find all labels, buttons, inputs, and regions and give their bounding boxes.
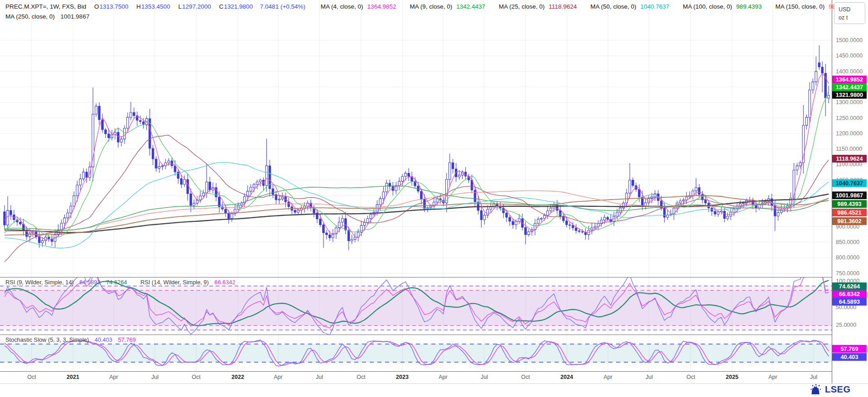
x-axis-tick-label: 2024: [560, 374, 573, 380]
ma-legend-row: MA (4, close, 0)1364.9852MA (9, close, 0…: [307, 3, 868, 10]
x-axis-tick-label: Apr: [768, 374, 777, 380]
price-label-box: 1342.4437: [832, 83, 867, 91]
rsi-value-box: 64.5893: [832, 298, 867, 306]
rsi14-study-label: RSI (14, Wilder, Simple, 9): [140, 279, 209, 286]
y-axis-tick-label: 1500.0000: [836, 37, 863, 44]
x-axis-tick-label: 2021: [67, 374, 79, 380]
rsi-value-box: 66.6342: [832, 290, 867, 298]
price-label-box: 986.4521: [832, 209, 867, 216]
axis-unit-currency: USD: [839, 5, 865, 14]
x-axis-tick-label: Oct: [357, 374, 365, 380]
ma-legend-label: MA (100, close, 0): [683, 3, 732, 10]
y-axis-tick-label: 800.0000: [836, 254, 859, 261]
x-axis-tick-label: Jul: [151, 374, 159, 380]
y-axis-tick-label: 1400.0000: [836, 68, 863, 75]
lseg-logo: LSEG: [810, 384, 850, 395]
price-label-box: 989.4393: [832, 200, 867, 208]
stochastic-k-value: 40.403: [95, 336, 112, 343]
y-axis-tick-label: 1200.0000: [836, 130, 863, 137]
stochastic-value-box: 57.769: [832, 345, 867, 353]
x-axis-tick-label: 2025: [726, 374, 738, 380]
x-axis-tick-label: Jul: [316, 374, 323, 380]
price-label-box: 1001.9867: [832, 191, 867, 199]
stochastic-d-value: 57.769: [118, 336, 135, 343]
y-axis-tick-label: 1450.0000: [836, 52, 863, 59]
x-axis-tick-label: Apr: [603, 374, 612, 380]
x-axis-tick-label: Jul: [646, 374, 653, 380]
x-axis-tick-label: Oct: [192, 374, 200, 380]
y-axis-tick-label: 1300.0000: [836, 99, 863, 106]
close-label: C: [219, 3, 224, 10]
ma-legend-value: 1118.9624: [549, 3, 577, 10]
ma-legend-label: MA (50, close, 0): [590, 3, 636, 10]
rsi-axis-tick-label: 25.0000: [836, 321, 856, 329]
x-axis-tick-label: Jul: [481, 374, 488, 380]
x-axis-tick-label: Oct: [521, 374, 530, 380]
ma-legend-label: MA (4, close, 0): [321, 3, 363, 10]
rsi-value-box: 74.6264: [832, 282, 867, 290]
x-axis-tick-label: 2023: [396, 374, 409, 380]
close-value: 1321.9800: [224, 3, 253, 10]
net-change-value: 7.0481 (+0.54%): [260, 3, 305, 10]
low-value: 1297.2000: [182, 3, 211, 10]
ma-legend-label: MA (9, close, 0): [410, 3, 452, 10]
ma-legend-item: MA (4, close, 0)1364.9852: [321, 3, 396, 10]
open-value: 1313.7500: [99, 3, 128, 10]
ma-legend-item: MA (25, close, 0)1118.9624: [499, 3, 577, 10]
y-axis-tick-label: 1250.0000: [836, 115, 863, 122]
y-axis-tick-label: 750.0000: [836, 270, 859, 277]
x-axis-tick-label: Apr: [109, 374, 118, 380]
ma-legend-label: MA (150, close, 0): [775, 3, 825, 10]
rsi-legend: RSI (9, Wilder, Simple, 14) 64.5893 74.6…: [5, 279, 236, 286]
instrument-title: PREC.M.XPT=, 1W, FXS, Bid: [5, 3, 86, 10]
lseg-wordmark: LSEG: [825, 384, 850, 395]
price-label-box: 981.3602: [832, 217, 867, 225]
ma-legend-value: 989.4393: [736, 3, 762, 10]
high-label: H: [136, 3, 141, 10]
rsi9-average-value: 74.6264: [106, 279, 127, 286]
y-axis-tick-label: 1150.0000: [836, 145, 862, 153]
x-axis-tick-label: Oct: [27, 374, 36, 380]
price-label-box: 1321.9800: [832, 91, 867, 99]
stochastic-study-label: Stochastic Slow (5, 3, 3, Simple): [5, 336, 89, 343]
ma-legend-item: MA (9, close, 0)1342.4437: [410, 3, 485, 10]
ma-legend-value: 1001.9867: [61, 13, 90, 20]
ma-legend-label: MA (250, close, 0): [5, 13, 55, 20]
rsi-study-label: RSI (9, Wilder, Simple, 14): [5, 279, 74, 286]
ma-legend-item: MA (100, close, 0)989.4393: [683, 3, 762, 10]
y-axis-tick-label: 850.0000: [836, 239, 859, 246]
main-chart-legend: PREC.M.XPT=, 1W, FXS, Bid O1313.7500 H13…: [5, 3, 868, 10]
x-axis-tick-label: Jul: [810, 374, 817, 380]
ma-legend-item: MA (50, close, 0)1040.7637: [590, 3, 669, 10]
ma250-legend: MA (250, close, 0) 1001.9867: [5, 13, 89, 20]
x-axis-tick-label: 2022: [231, 374, 244, 380]
high-value: 1353.4500: [141, 3, 170, 10]
ma-legend-value: 1342.4437: [456, 3, 485, 10]
price-label-box: 1040.7637: [832, 179, 867, 187]
stochastic-legend: Stochastic Slow (5, 3, 3, Simple) 40.403…: [5, 336, 136, 343]
chart-application: PREC.M.XPT=, 1W, FXS, Bid O1313.7500 H13…: [0, 0, 868, 397]
price-label-box: 1118.9624: [832, 155, 867, 163]
axis-unit-box[interactable]: USD oz t: [834, 2, 865, 24]
x-axis-tick-label: Oct: [686, 374, 695, 380]
open-label: O: [94, 3, 99, 10]
rsi9-value: 64.5893: [79, 279, 100, 286]
lseg-crest-icon: [810, 384, 822, 395]
low-label: L: [178, 3, 182, 10]
price-label-box: 1364.9852: [832, 76, 867, 83]
x-axis-tick-label: Apr: [439, 374, 447, 380]
stochastic-value-box: 40.403: [832, 353, 867, 361]
x-axis-tick-label: Apr: [274, 374, 282, 380]
axis-unit-measure: oz t: [839, 14, 865, 22]
ma-legend-label: MA (25, close, 0): [499, 3, 545, 10]
ma-legend-value: 1364.9852: [367, 3, 396, 10]
rsi14-value: 66.6342: [214, 279, 235, 286]
ma-legend-value: 1040.7637: [640, 3, 669, 10]
